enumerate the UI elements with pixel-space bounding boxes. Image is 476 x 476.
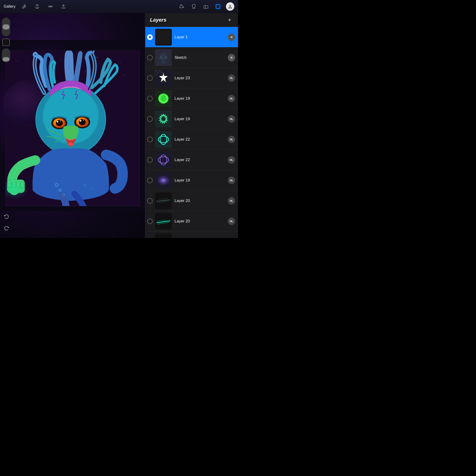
layer-blend-mode-badge[interactable]: HL	[228, 74, 235, 82]
left-tools-panel	[0, 13, 12, 238]
svg-point-21	[120, 63, 120, 63]
layer-item[interactable]: Layer 20HL	[145, 211, 238, 232]
layer-visibility-toggle[interactable]	[147, 137, 153, 142]
layer-blend-mode-badge[interactable]: N	[228, 34, 235, 41]
svg-point-18	[123, 75, 124, 76]
layer-item[interactable]: Layer 22HL	[145, 129, 238, 150]
layer-item[interactable]: Layer 1N	[145, 27, 238, 47]
layer-item[interactable]: Layer 23HL	[145, 68, 238, 88]
layer-visibility-toggle[interactable]	[147, 157, 153, 163]
layer-blend-mode-badge[interactable]: HL	[228, 197, 235, 204]
layer-item[interactable]: Layer 22HL	[145, 150, 238, 170]
layers-panel-title: Layers	[150, 17, 166, 23]
svg-point-38	[80, 120, 81, 122]
layer-blend-mode-badge[interactable]: HL	[228, 177, 235, 184]
adjust-button[interactable]	[33, 2, 42, 11]
layer-blend-mode-badge[interactable]: HL	[228, 218, 235, 225]
layer-visibility-toggle[interactable]	[147, 55, 153, 60]
svg-rect-56	[155, 49, 172, 66]
layer-blend-mode-badge[interactable]: HL	[228, 136, 235, 143]
layer-item[interactable]: Layer 19HL	[145, 109, 238, 129]
layers-header: Layers +	[145, 13, 238, 27]
svg-line-3	[181, 4, 184, 7]
svg-point-78	[157, 175, 170, 186]
gallery-button[interactable]: Gallery	[4, 4, 16, 9]
svg-rect-69	[155, 111, 172, 127]
layer-thumbnail	[155, 192, 172, 209]
pencil-tool-button[interactable]	[178, 2, 186, 11]
svg-point-15	[97, 57, 98, 58]
layer-name: Layer 20	[174, 219, 228, 224]
canvas-area[interactable]	[0, 13, 145, 238]
svg-point-8	[229, 5, 231, 7]
layers-add-button[interactable]: +	[226, 16, 233, 24]
layer-visibility-toggle[interactable]	[147, 198, 153, 204]
layer-thumbnail	[155, 152, 172, 168]
layer-item[interactable]: Layer 19HL	[145, 88, 238, 109]
opacity-thumb	[2, 57, 10, 61]
svg-rect-70	[155, 131, 172, 148]
layer-blend-mode-badge[interactable]: HL	[228, 238, 235, 238]
color-swatch[interactable]	[2, 39, 10, 46]
layer-visibility-toggle[interactable]	[147, 178, 153, 183]
brush-size-slider[interactable]	[2, 18, 10, 36]
layer-visibility-toggle[interactable]	[147, 219, 153, 224]
layer-name: Layer 23	[174, 76, 228, 80]
toolbar: Gallery	[0, 0, 238, 13]
svg-point-40	[68, 142, 73, 146]
layer-visibility-toggle[interactable]	[147, 116, 153, 122]
svg-rect-59	[155, 70, 157, 72]
layer-thumbnail	[155, 213, 172, 230]
svg-rect-83	[155, 213, 172, 230]
wrench-button[interactable]	[20, 2, 29, 11]
layer-visibility-toggle[interactable]	[147, 75, 153, 81]
layer-item[interactable]: Layer 19HL	[145, 170, 238, 191]
layer-thumbnail	[155, 172, 172, 189]
layer-item[interactable]: Layer 20HL	[145, 191, 238, 211]
layer-name: Layer 19	[174, 96, 228, 101]
layer-thumbnail	[155, 90, 172, 107]
layer-visibility-toggle[interactable]	[147, 96, 153, 101]
svg-rect-61	[157, 72, 159, 73]
svg-rect-4	[204, 6, 208, 8]
brush-size-thumb	[2, 24, 10, 30]
toolbar-right	[178, 2, 234, 11]
layer-name: Layer 19	[174, 178, 228, 183]
svg-point-19	[17, 61, 18, 61]
pen-tool-button[interactable]	[190, 2, 198, 11]
layer-name: Layer 22	[174, 158, 228, 162]
redo-button[interactable]	[2, 224, 11, 233]
svg-point-17	[85, 72, 85, 72]
layer-blend-mode-badge[interactable]: HL	[228, 95, 235, 102]
layers-list: Layer 1N SketchN Layer 23HL L	[145, 27, 238, 238]
layer-blend-mode-badge[interactable]: HL	[228, 115, 235, 123]
layers-tool-button[interactable]	[214, 2, 222, 11]
svg-rect-73	[155, 152, 172, 168]
layer-name: Layer 19	[174, 117, 228, 121]
layer-visibility-toggle[interactable]	[147, 34, 153, 40]
svg-point-31	[56, 120, 63, 126]
layer-blend-mode-badge[interactable]: N	[228, 54, 235, 61]
layer-thumbnail	[155, 70, 172, 86]
canvas-background	[0, 13, 145, 238]
smudge-button[interactable]	[46, 2, 55, 11]
layer-thumbnail	[155, 233, 172, 238]
svg-point-37	[79, 119, 86, 125]
svg-rect-63	[155, 73, 157, 75]
layer-item[interactable]: Layer 20HL	[145, 232, 238, 238]
layer-name: Sketch	[174, 55, 228, 60]
share-button[interactable]	[59, 2, 68, 11]
layer-name: Layer 22	[174, 137, 228, 142]
svg-rect-7	[216, 5, 220, 8]
layer-thumbnail	[155, 111, 172, 127]
layer-blend-mode-badge[interactable]: HL	[228, 156, 235, 164]
svg-point-39	[83, 119, 84, 121]
layer-item[interactable]: SketchN	[145, 47, 238, 68]
opacity-slider[interactable]	[2, 48, 10, 62]
eraser-tool-button[interactable]	[202, 2, 210, 11]
svg-rect-62	[161, 72, 162, 73]
undo-button[interactable]	[2, 212, 11, 222]
svg-rect-55	[156, 30, 171, 45]
user-avatar[interactable]	[226, 2, 234, 11]
svg-point-32	[57, 121, 59, 122]
